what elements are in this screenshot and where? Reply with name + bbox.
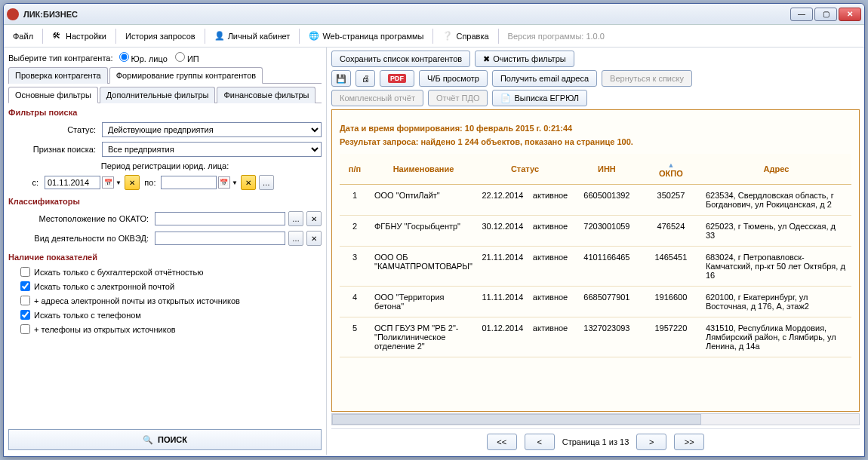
tab-fin-filters[interactable]: Финансовые фильтры bbox=[217, 87, 315, 103]
cell-date: 11.11.2014 bbox=[477, 287, 528, 317]
menu-webpage[interactable]: 🌐 Web-страница программы bbox=[304, 29, 428, 44]
settings-icon: 🛠 bbox=[52, 31, 63, 41]
clear-icon: ✖ bbox=[483, 54, 490, 64]
report-date: Дата и время формирования: 10 февраль 20… bbox=[340, 124, 851, 133]
col-name[interactable]: Наименование bbox=[370, 154, 477, 185]
print-icon-button[interactable]: 🖨 bbox=[356, 70, 375, 87]
menu-file[interactable]: Файл bbox=[8, 29, 38, 43]
okato-browse-button[interactable]: … bbox=[288, 211, 303, 226]
menu-settings[interactable]: 🛠 Настройки bbox=[48, 29, 111, 44]
cell-date: 21.11.2014 bbox=[477, 247, 528, 287]
cell-okpo: 1465451 bbox=[641, 247, 701, 287]
check-phone[interactable]: Искать только с телефоном bbox=[20, 310, 322, 320]
cell-status: активное bbox=[528, 317, 573, 357]
okato-clear-button[interactable]: ✕ bbox=[306, 211, 322, 226]
cell-name: ОСП ГБУЗ РМ "РБ 2"-"Поликлиническое отде… bbox=[370, 317, 477, 357]
cell-okpo: 476524 bbox=[641, 216, 701, 247]
search-button[interactable]: 🔍 ПОИСК bbox=[8, 429, 322, 450]
period-more-button[interactable]: … bbox=[259, 175, 274, 190]
pager: << < Страница 1 из 13 > >> bbox=[331, 428, 860, 452]
okved-label: Вид деятельности по ОКВЭД: bbox=[8, 234, 152, 243]
sign-select[interactable]: Все предприятия bbox=[102, 142, 322, 157]
col-inn[interactable]: ИНН bbox=[573, 154, 641, 185]
cell-addr: 623534, Свердловская область, г Богданов… bbox=[701, 185, 851, 216]
section-search-filters: Фильтры поиска bbox=[8, 108, 322, 117]
report-result: Результат запроса: найдено 1 244 объекто… bbox=[340, 137, 851, 146]
okved-clear-button[interactable]: ✕ bbox=[306, 231, 322, 246]
choose-type-label: Выберите тип контрагента: bbox=[8, 54, 113, 63]
save-list-button[interactable]: Сохранить список контрагентов bbox=[331, 51, 470, 67]
date-to-input[interactable] bbox=[161, 176, 217, 189]
calendar-from-icon[interactable]: 📅 bbox=[102, 176, 114, 189]
period-label: Период регистрации юрид. лица: bbox=[101, 161, 229, 170]
tab-group[interactable]: Формирование группы контрагентов bbox=[109, 67, 263, 84]
table-row[interactable]: 1ООО "ОптиЛайт"22.12.2014активное6605001… bbox=[340, 185, 851, 216]
tab-extra-filters[interactable]: Дополнительные фильтры bbox=[100, 87, 216, 103]
results-table: п/п Наименование Статус ИНН ▲ОКПО Адрес … bbox=[340, 154, 851, 357]
tab-main-filters[interactable]: Основные фильтры bbox=[8, 87, 98, 103]
clear-filters-button[interactable]: ✖Очистить фильтры bbox=[475, 51, 574, 67]
complex-report-button[interactable]: Комплексный отчёт bbox=[331, 90, 423, 106]
cell-date: 30.12.2014 bbox=[477, 216, 528, 247]
check-email[interactable]: Искать только с электронной почтой bbox=[20, 281, 322, 291]
calendar-to-icon[interactable]: 📅 bbox=[218, 176, 230, 189]
clear-to-button[interactable]: ✕ bbox=[241, 175, 256, 190]
report-area[interactable]: Дата и время формирования: 10 февраль 20… bbox=[331, 109, 860, 412]
window-title: ЛИК:БИЗНЕС bbox=[23, 10, 789, 19]
col-okpo[interactable]: ▲ОКПО bbox=[641, 154, 701, 185]
globe-icon: 🌐 bbox=[309, 31, 319, 41]
status-label: Статус: bbox=[8, 125, 99, 134]
sign-label: Признак поиска: bbox=[8, 145, 99, 154]
col-pp[interactable]: п/п bbox=[340, 154, 370, 185]
cell-okpo: 350257 bbox=[641, 185, 701, 216]
check-email-open[interactable]: + адреса электронной почты из открытых и… bbox=[20, 296, 322, 305]
maximize-button[interactable]: ▢ bbox=[814, 8, 837, 21]
okved-input[interactable] bbox=[155, 232, 285, 245]
check-phone-open[interactable]: + телефоны из открытых источников bbox=[20, 324, 322, 334]
pdf-icon: PDF bbox=[388, 74, 406, 83]
okved-browse-button[interactable]: … bbox=[288, 231, 303, 246]
get-emails-button[interactable]: Получить email адреса bbox=[492, 70, 597, 87]
status-select[interactable]: Действующие предприятия bbox=[102, 122, 322, 137]
clear-from-button[interactable]: ✕ bbox=[125, 175, 140, 190]
okato-input[interactable] bbox=[155, 212, 285, 225]
radio-ip[interactable]: ИП bbox=[175, 52, 199, 63]
pager-first[interactable]: << bbox=[487, 434, 517, 450]
horizontal-scrollbar[interactable] bbox=[331, 413, 860, 425]
col-status[interactable]: Статус bbox=[477, 154, 573, 185]
menu-account[interactable]: 👤 Личный кабинет bbox=[210, 29, 295, 44]
pager-prev[interactable]: < bbox=[525, 434, 555, 450]
titlebar: ЛИК:БИЗНЕС — ▢ ✕ bbox=[4, 4, 864, 25]
table-row[interactable]: 3ООО ОБ "КАМЧАТПРОМТОВАРЫ"21.11.2014акти… bbox=[340, 247, 851, 287]
table-row[interactable]: 2ФГБНУ "Госрыбцентр"30.12.2014активное72… bbox=[340, 216, 851, 247]
pdo-report-button[interactable]: Отчёт ПДО bbox=[428, 90, 488, 106]
left-pane: Выберите тип контрагента: Юр. лицо ИП Пр… bbox=[4, 48, 327, 455]
pager-label: Страница 1 из 13 bbox=[562, 437, 629, 446]
check-accounting[interactable]: Искать только с бухгалтерской отчётность… bbox=[20, 267, 322, 277]
right-pane: Сохранить список контрагентов ✖Очистить … bbox=[327, 48, 864, 455]
menubar: Файл 🛠 Настройки История запросов 👤 Личн… bbox=[4, 25, 864, 48]
radio-legal[interactable]: Юр. лицо bbox=[119, 52, 168, 63]
menu-help[interactable]: ❔ Справка bbox=[438, 29, 493, 44]
pdf-button[interactable]: PDF bbox=[380, 70, 414, 87]
menu-history[interactable]: История запросов bbox=[121, 29, 200, 43]
minimize-button[interactable]: — bbox=[790, 8, 813, 21]
cell-pp: 4 bbox=[340, 287, 370, 317]
save-icon-button[interactable]: 💾 bbox=[331, 70, 351, 87]
cell-status: активное bbox=[528, 287, 573, 317]
cell-name: ООО "Территория бетона" bbox=[370, 287, 477, 317]
bw-preview-button[interactable]: Ч/Б просмотр bbox=[419, 70, 488, 87]
tab-check[interactable]: Проверка контрагента bbox=[8, 67, 108, 84]
col-addr[interactable]: Адрес bbox=[701, 154, 851, 185]
date-from-input[interactable] bbox=[45, 176, 100, 189]
pager-last[interactable]: >> bbox=[674, 434, 704, 450]
cell-okpo: 1916600 bbox=[641, 287, 701, 317]
pager-next[interactable]: > bbox=[636, 434, 666, 450]
cell-name: ООО "ОптиЛайт" bbox=[370, 185, 477, 216]
table-row[interactable]: 4ООО "Территория бетона"11.11.2014активн… bbox=[340, 287, 851, 317]
back-to-list-button[interactable]: Вернуться к списку bbox=[602, 70, 692, 87]
table-row[interactable]: 5ОСП ГБУЗ РМ "РБ 2"-"Поликлиническое отд… bbox=[340, 317, 851, 357]
egrul-button[interactable]: 📄Выписка ЕГРЮЛ bbox=[492, 90, 587, 106]
doc-icon: 📄 bbox=[500, 94, 511, 103]
close-button[interactable]: ✕ bbox=[839, 8, 861, 21]
